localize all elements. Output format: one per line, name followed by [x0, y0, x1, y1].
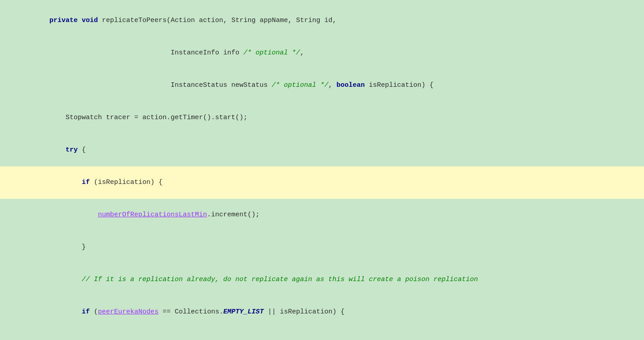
code-text-7: numberOfReplicationsLastMin.increment();: [9, 199, 260, 231]
code-line-7: numberOfReplicationsLastMin.increment();: [0, 199, 644, 231]
code-line-1: private void replicateToPeers(Action act…: [0, 4, 644, 37]
code-text-6: if (isReplication) {: [9, 166, 163, 199]
code-text-5: try {: [9, 134, 86, 166]
code-line-9: // If it is a replication already, do no…: [0, 264, 644, 296]
code-container: private void replicateToPeers(Action act…: [0, 0, 644, 340]
code-line-11: return;: [0, 328, 644, 340]
code-text-11: return;: [9, 328, 126, 340]
code-text-2: InstanceInfo info /* optional */,: [9, 37, 304, 69]
keyword-private: private: [49, 17, 78, 24]
code-line-6: if (isReplication) {: [0, 166, 644, 199]
plain: [33, 17, 49, 24]
code-text-1: private void replicateToPeers(Action act…: [9, 4, 336, 37]
code-line-4: Stopwatch tracer = action.getTimer().sta…: [0, 102, 644, 134]
code-text-8: }: [9, 231, 86, 264]
code-text-4: Stopwatch tracer = action.getTimer().sta…: [9, 102, 247, 134]
code-line-10: if (peerEurekaNodes == Collections.EMPTY…: [0, 296, 644, 328]
code-line-3: InstanceStatus newStatus /* optional */,…: [0, 69, 644, 102]
code-line-5: try {: [0, 134, 644, 166]
code-line-2: InstanceInfo info /* optional */,: [0, 37, 644, 69]
code-text-9: // If it is a replication already, do no…: [9, 264, 478, 296]
keyword-void: void: [82, 17, 98, 24]
code-text-10: if (peerEurekaNodes == Collections.EMPTY…: [9, 296, 344, 328]
code-text-3: InstanceStatus newStatus /* optional */,…: [9, 69, 433, 102]
code-line-8: }: [0, 231, 644, 264]
